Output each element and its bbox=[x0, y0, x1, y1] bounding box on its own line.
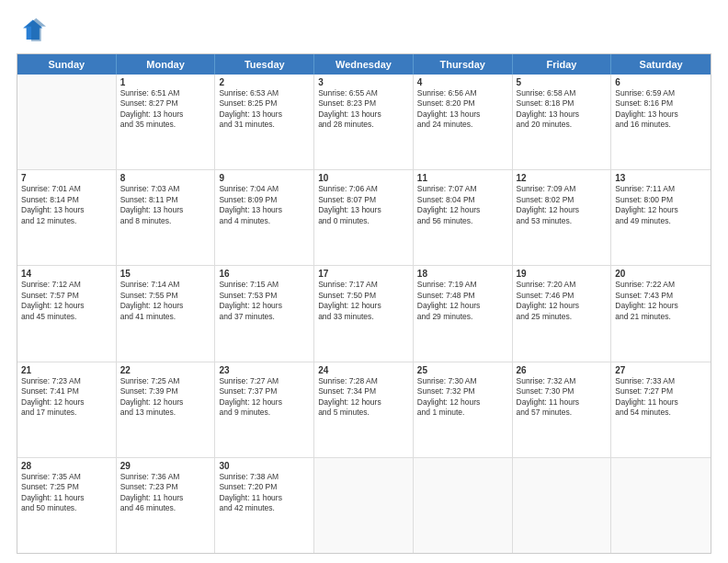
day-number: 28 bbox=[21, 461, 112, 471]
day-number: 11 bbox=[417, 173, 508, 183]
day-number: 4 bbox=[417, 77, 508, 87]
calendar-cell-4-6 bbox=[611, 458, 711, 553]
cell-info-line: and 49 minutes. bbox=[615, 216, 707, 226]
cell-info-line: Sunset: 7:30 PM bbox=[517, 386, 608, 396]
calendar-cell-3-3: 24Sunrise: 7:28 AMSunset: 7:34 PMDayligh… bbox=[314, 362, 414, 457]
cell-info-line: Sunrise: 7:33 AM bbox=[615, 376, 707, 386]
cell-info-line: Sunrise: 7:07 AM bbox=[417, 184, 508, 194]
cell-info-line: Sunset: 8:04 PM bbox=[417, 195, 508, 205]
calendar-row-0: 1Sunrise: 6:51 AMSunset: 8:27 PMDaylight… bbox=[17, 75, 711, 170]
cell-info-line: and 45 minutes. bbox=[21, 312, 112, 322]
cell-info-line: and 0 minutes. bbox=[318, 216, 409, 226]
cell-info-line: and 16 minutes. bbox=[615, 120, 707, 130]
cell-info-line: Sunrise: 7:35 AM bbox=[21, 472, 112, 482]
calendar-cell-3-4: 25Sunrise: 7:30 AMSunset: 7:32 PMDayligh… bbox=[414, 362, 513, 457]
cell-info-line: Daylight: 12 hours bbox=[318, 301, 409, 311]
cell-info-line: and 53 minutes. bbox=[517, 216, 608, 226]
cell-info-line: and 37 minutes. bbox=[219, 312, 310, 322]
calendar-cell-3-2: 23Sunrise: 7:27 AMSunset: 7:37 PMDayligh… bbox=[215, 362, 314, 457]
calendar-cell-3-1: 22Sunrise: 7:25 AMSunset: 7:39 PMDayligh… bbox=[117, 362, 216, 457]
cell-info-line: Sunrise: 7:17 AM bbox=[318, 280, 409, 290]
day-number: 6 bbox=[615, 77, 707, 87]
calendar-cell-1-2: 9Sunrise: 7:04 AMSunset: 8:09 PMDaylight… bbox=[215, 170, 314, 265]
cell-info-line: Daylight: 12 hours bbox=[21, 301, 112, 311]
cell-info-line: Sunset: 7:57 PM bbox=[21, 291, 112, 301]
cell-info-line: Sunset: 7:50 PM bbox=[318, 291, 409, 301]
calendar-row-1: 7Sunrise: 7:01 AMSunset: 8:14 PMDaylight… bbox=[17, 170, 711, 266]
calendar-cell-3-5: 26Sunrise: 7:32 AMSunset: 7:30 PMDayligh… bbox=[513, 362, 612, 457]
cell-info-line: Daylight: 13 hours bbox=[120, 109, 211, 120]
cell-info-line: Daylight: 11 hours bbox=[219, 493, 310, 503]
cell-info-line: Daylight: 13 hours bbox=[318, 109, 409, 120]
cell-info-line: Daylight: 12 hours bbox=[219, 301, 310, 311]
cell-info-line: and 50 minutes. bbox=[21, 503, 112, 513]
day-number: 10 bbox=[318, 173, 409, 183]
cell-info-line: Sunset: 7:34 PM bbox=[318, 386, 409, 396]
cell-info-line: Sunset: 8:02 PM bbox=[517, 195, 608, 205]
cell-info-line: Daylight: 13 hours bbox=[120, 205, 211, 215]
cell-info-line: Sunset: 7:27 PM bbox=[615, 386, 707, 396]
cell-info-line: Sunrise: 7:19 AM bbox=[417, 280, 508, 290]
cell-info-line: Daylight: 13 hours bbox=[318, 205, 409, 215]
cell-info-line: Sunrise: 7:38 AM bbox=[219, 472, 310, 482]
cell-info-line: Sunrise: 7:03 AM bbox=[120, 184, 211, 194]
cell-info-line: Sunrise: 7:20 AM bbox=[517, 280, 608, 290]
day-number: 2 bbox=[219, 77, 310, 87]
cell-info-line: Sunrise: 7:09 AM bbox=[517, 184, 608, 194]
day-number: 22 bbox=[120, 365, 211, 375]
calendar-cell-0-6: 6Sunrise: 6:59 AMSunset: 8:16 PMDaylight… bbox=[611, 75, 711, 169]
cell-info-line: Daylight: 12 hours bbox=[21, 397, 112, 408]
cell-info-line: Sunset: 7:23 PM bbox=[120, 482, 211, 492]
calendar-header: SundayMondayTuesdayWednesdayThursdayFrid… bbox=[17, 54, 711, 75]
cell-info-line: Sunset: 7:25 PM bbox=[21, 482, 112, 492]
cell-info-line: Sunset: 7:32 PM bbox=[417, 386, 508, 396]
cell-info-line: Sunset: 7:37 PM bbox=[219, 386, 310, 396]
day-number: 9 bbox=[219, 173, 310, 183]
cell-info-line: Sunrise: 6:53 AM bbox=[219, 88, 310, 98]
calendar-cell-4-3 bbox=[314, 458, 414, 553]
cell-info-line: Sunset: 8:11 PM bbox=[120, 195, 211, 205]
cell-info-line: Sunrise: 7:11 AM bbox=[615, 184, 707, 194]
cell-info-line: and 9 minutes. bbox=[219, 408, 310, 418]
day-number: 13 bbox=[615, 173, 707, 183]
cell-info-line: and 31 minutes. bbox=[219, 120, 310, 130]
calendar: SundayMondayTuesdayWednesdayThursdayFrid… bbox=[17, 53, 711, 554]
day-number: 30 bbox=[219, 461, 310, 471]
day-number: 25 bbox=[417, 365, 508, 375]
cell-info-line: Sunrise: 6:56 AM bbox=[417, 88, 508, 98]
calendar-cell-2-4: 18Sunrise: 7:19 AMSunset: 7:48 PMDayligh… bbox=[414, 266, 513, 361]
calendar-cell-2-2: 16Sunrise: 7:15 AMSunset: 7:53 PMDayligh… bbox=[215, 266, 314, 361]
day-number: 19 bbox=[517, 269, 608, 279]
day-number: 7 bbox=[21, 173, 112, 183]
cell-info-line: and 21 minutes. bbox=[615, 312, 707, 322]
cell-info-line: Sunset: 7:39 PM bbox=[120, 386, 211, 396]
cell-info-line: Sunset: 8:14 PM bbox=[21, 195, 112, 205]
cell-info-line: and 54 minutes. bbox=[615, 408, 707, 418]
cell-info-line: and 46 minutes. bbox=[120, 503, 211, 513]
cell-info-line: Daylight: 13 hours bbox=[417, 109, 508, 120]
cell-info-line: Sunrise: 7:22 AM bbox=[615, 280, 707, 290]
page: SundayMondayTuesdayWednesdayThursdayFrid… bbox=[0, 0, 728, 563]
cell-info-line: and 8 minutes. bbox=[120, 216, 211, 226]
cell-info-line: Daylight: 12 hours bbox=[318, 397, 409, 408]
cell-info-line: Sunset: 8:23 PM bbox=[318, 98, 409, 109]
calendar-cell-3-6: 27Sunrise: 7:33 AMSunset: 7:27 PMDayligh… bbox=[611, 362, 711, 457]
cell-info-line: Sunset: 7:43 PM bbox=[615, 291, 707, 301]
calendar-cell-4-0: 28Sunrise: 7:35 AMSunset: 7:25 PMDayligh… bbox=[17, 458, 117, 553]
calendar-cell-0-1: 1Sunrise: 6:51 AMSunset: 8:27 PMDaylight… bbox=[117, 75, 216, 169]
cell-info-line: and 42 minutes. bbox=[219, 503, 310, 513]
cell-info-line: Sunset: 7:55 PM bbox=[120, 291, 211, 301]
calendar-row-2: 14Sunrise: 7:12 AMSunset: 7:57 PMDayligh… bbox=[17, 266, 711, 362]
cell-info-line: Sunrise: 7:15 AM bbox=[219, 280, 310, 290]
day-header-friday: Friday bbox=[513, 54, 612, 75]
cell-info-line: Sunrise: 6:55 AM bbox=[318, 88, 409, 98]
cell-info-line: Sunset: 7:41 PM bbox=[21, 386, 112, 396]
cell-info-line: Daylight: 12 hours bbox=[120, 397, 211, 408]
day-number: 12 bbox=[517, 173, 608, 183]
calendar-cell-0-5: 5Sunrise: 6:58 AMSunset: 8:18 PMDaylight… bbox=[513, 75, 612, 169]
cell-info-line: Sunrise: 7:23 AM bbox=[21, 376, 112, 386]
cell-info-line: Sunset: 7:53 PM bbox=[219, 291, 310, 301]
day-number: 16 bbox=[219, 269, 310, 279]
day-number: 27 bbox=[615, 365, 707, 375]
day-number: 5 bbox=[517, 77, 608, 87]
